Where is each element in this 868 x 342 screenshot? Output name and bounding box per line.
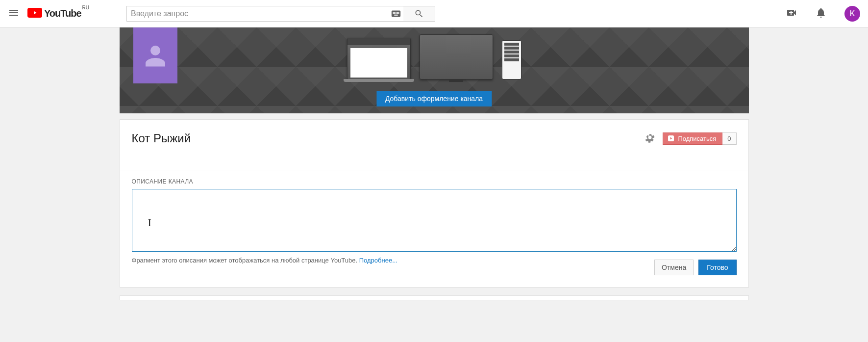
play-icon xyxy=(667,135,675,141)
channel-banner: Добавить оформление канала xyxy=(120,27,749,113)
description-section: ОПИСАНИЕ КАНАЛА Фрагмент этого описания … xyxy=(120,170,749,288)
youtube-logo[interactable]: YouTube RU xyxy=(27,8,89,19)
page-container: Добавить оформление канала Кот Рыжий Под… xyxy=(120,27,749,300)
play-icon xyxy=(27,8,42,18)
avatar-letter: K xyxy=(850,9,855,18)
phone-preview xyxy=(502,40,521,79)
search-form xyxy=(126,6,435,22)
description-help-text: Фрагмент этого описания может отображать… xyxy=(132,257,398,264)
logo-text: YouTube xyxy=(44,8,81,19)
learn-more-link[interactable]: Подробнее... xyxy=(359,257,397,264)
search-icon xyxy=(414,9,424,19)
notifications-icon[interactable] xyxy=(815,7,827,21)
account-avatar[interactable]: K xyxy=(844,6,860,22)
section-divider xyxy=(120,295,749,300)
description-textarea[interactable] xyxy=(132,189,737,252)
cancel-button[interactable]: Отмена xyxy=(654,260,694,275)
device-previews xyxy=(347,30,521,79)
search-input[interactable] xyxy=(126,6,408,22)
laptop-preview xyxy=(347,38,411,79)
upload-icon[interactable] xyxy=(786,7,797,21)
tv-preview xyxy=(420,34,493,79)
search-button[interactable] xyxy=(403,6,435,22)
logo-region: RU xyxy=(82,5,89,10)
done-button[interactable]: Готово xyxy=(698,260,736,275)
masthead: YouTube RU K xyxy=(0,0,868,27)
settings-icon[interactable] xyxy=(644,132,656,145)
channel-header-section: Кот Рыжий Подписаться 0 xyxy=(120,119,749,170)
subscriber-count: 0 xyxy=(722,132,736,145)
keyboard-icon[interactable] xyxy=(389,6,403,22)
description-label: ОПИСАНИЕ КАНАЛА xyxy=(132,178,737,185)
channel-avatar[interactable] xyxy=(133,27,177,83)
subscribe-label: Подписаться xyxy=(678,135,716,142)
subscribe-button[interactable]: Подписаться xyxy=(663,132,722,145)
subscribe-widget: Подписаться 0 xyxy=(663,132,736,145)
channel-name: Кот Рыжий xyxy=(132,132,191,145)
menu-icon[interactable] xyxy=(8,7,20,21)
add-channel-art-button[interactable]: Добавить оформление канала xyxy=(376,91,492,106)
